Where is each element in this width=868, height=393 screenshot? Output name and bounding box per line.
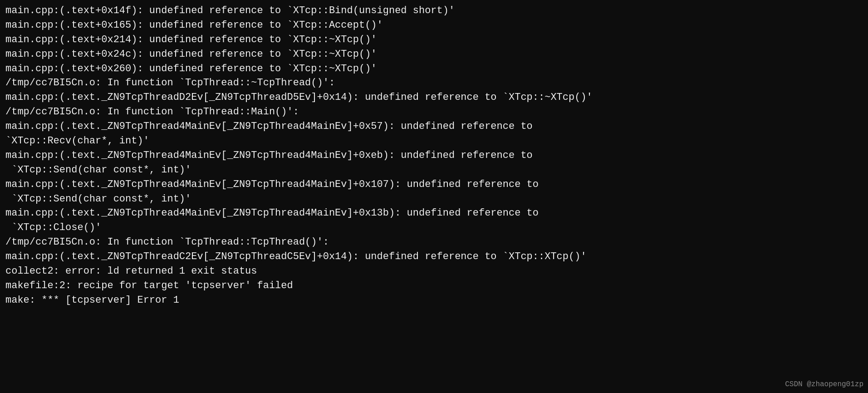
terminal-window: main.cpp:(.text+0x14f): undefined refere… <box>0 0 868 393</box>
terminal-output: main.cpp:(.text+0x14f): undefined refere… <box>5 4 863 308</box>
watermark: CSDN @zhaopeng01zp <box>785 380 863 388</box>
